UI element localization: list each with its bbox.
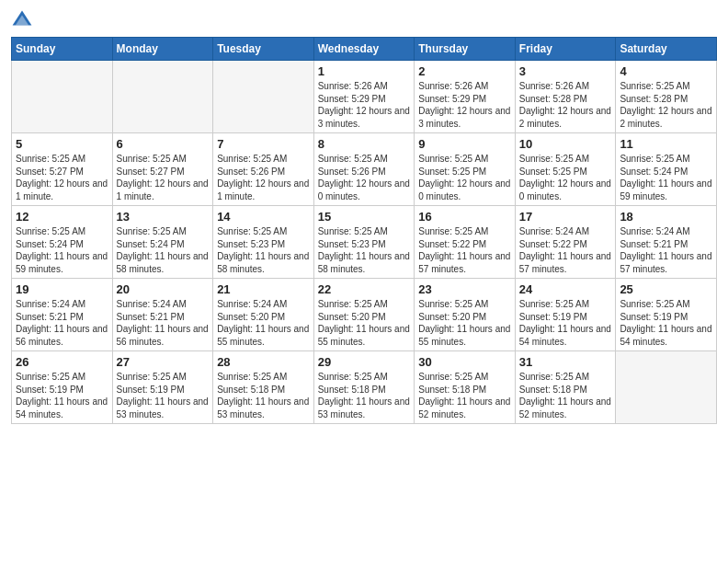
day-number: 5 — [16, 137, 108, 151]
logo — [11, 9, 37, 31]
day-number: 31 — [519, 355, 612, 369]
day-info: Sunrise: 5:25 AM Sunset: 5:18 PM Dayligh… — [217, 371, 310, 420]
day-number: 6 — [117, 137, 210, 151]
page-container: SundayMondayTuesdayWednesdayThursdayFrid… — [0, 0, 728, 431]
calendar-cell — [112, 61, 213, 133]
day-number: 2 — [418, 64, 511, 78]
day-info: Sunrise: 5:26 AM Sunset: 5:29 PM Dayligh… — [418, 80, 511, 130]
day-info: Sunrise: 5:25 AM Sunset: 5:24 PM Dayligh… — [117, 225, 210, 275]
day-number: 28 — [217, 355, 310, 369]
calendar-cell: 14Sunrise: 5:25 AM Sunset: 5:23 PM Dayli… — [213, 206, 314, 279]
calendar-cell: 11Sunrise: 5:25 AM Sunset: 5:24 PM Dayli… — [616, 133, 717, 206]
day-info: Sunrise: 5:25 AM Sunset: 5:25 PM Dayligh… — [418, 153, 511, 202]
calendar-cell: 20Sunrise: 5:24 AM Sunset: 5:21 PM Dayli… — [112, 279, 213, 351]
day-info: Sunrise: 5:24 AM Sunset: 5:22 PM Dayligh… — [519, 225, 612, 275]
day-number: 21 — [217, 282, 310, 296]
day-info: Sunrise: 5:25 AM Sunset: 5:23 PM Dayligh… — [217, 225, 310, 275]
day-info: Sunrise: 5:25 AM Sunset: 5:26 PM Dayligh… — [318, 153, 411, 202]
day-number: 27 — [117, 355, 210, 369]
day-info: Sunrise: 5:25 AM Sunset: 5:19 PM Dayligh… — [519, 298, 612, 348]
week-row-5: 26Sunrise: 5:25 AM Sunset: 5:19 PM Dayli… — [12, 351, 717, 424]
calendar-cell: 4Sunrise: 5:25 AM Sunset: 5:28 PM Daylig… — [616, 61, 717, 133]
day-number: 1 — [318, 64, 411, 78]
day-number: 16 — [418, 210, 511, 224]
calendar-cell: 26Sunrise: 5:25 AM Sunset: 5:19 PM Dayli… — [12, 351, 113, 424]
day-number: 8 — [318, 137, 411, 151]
calendar-cell: 12Sunrise: 5:25 AM Sunset: 5:24 PM Dayli… — [12, 206, 113, 279]
day-number: 24 — [519, 282, 612, 296]
calendar-cell: 21Sunrise: 5:24 AM Sunset: 5:20 PM Dayli… — [213, 279, 314, 351]
calendar-cell: 1Sunrise: 5:26 AM Sunset: 5:29 PM Daylig… — [313, 61, 415, 133]
day-number: 10 — [519, 137, 612, 151]
day-info: Sunrise: 5:25 AM Sunset: 5:26 PM Dayligh… — [217, 153, 310, 202]
weekday-header-wednesday: Wednesday — [313, 38, 415, 61]
calendar-cell: 28Sunrise: 5:25 AM Sunset: 5:18 PM Dayli… — [213, 351, 314, 424]
weekday-header-thursday: Thursday — [415, 38, 516, 61]
day-number: 23 — [418, 282, 511, 296]
day-info: Sunrise: 5:25 AM Sunset: 5:24 PM Dayligh… — [16, 225, 108, 275]
day-number: 12 — [16, 210, 108, 224]
calendar-cell: 10Sunrise: 5:25 AM Sunset: 5:25 PM Dayli… — [515, 133, 616, 206]
day-number: 25 — [620, 282, 712, 296]
weekday-header-monday: Monday — [112, 38, 213, 61]
day-info: Sunrise: 5:24 AM Sunset: 5:20 PM Dayligh… — [217, 298, 310, 348]
calendar-cell: 19Sunrise: 5:24 AM Sunset: 5:21 PM Dayli… — [12, 279, 113, 351]
calendar-cell: 31Sunrise: 5:25 AM Sunset: 5:18 PM Dayli… — [515, 351, 616, 424]
day-info: Sunrise: 5:24 AM Sunset: 5:21 PM Dayligh… — [117, 298, 210, 348]
day-number: 4 — [620, 64, 712, 78]
day-info: Sunrise: 5:25 AM Sunset: 5:28 PM Dayligh… — [620, 80, 712, 130]
calendar-cell: 16Sunrise: 5:25 AM Sunset: 5:22 PM Dayli… — [415, 206, 516, 279]
day-number: 11 — [620, 137, 712, 151]
week-row-2: 5Sunrise: 5:25 AM Sunset: 5:27 PM Daylig… — [12, 133, 717, 206]
day-number: 18 — [620, 210, 712, 224]
day-number: 15 — [318, 210, 411, 224]
calendar-table: SundayMondayTuesdayWednesdayThursdayFrid… — [11, 37, 717, 424]
calendar-cell: 30Sunrise: 5:25 AM Sunset: 5:18 PM Dayli… — [415, 351, 516, 424]
calendar-cell: 8Sunrise: 5:25 AM Sunset: 5:26 PM Daylig… — [313, 133, 415, 206]
day-info: Sunrise: 5:25 AM Sunset: 5:18 PM Dayligh… — [519, 371, 612, 420]
day-number: 9 — [418, 137, 511, 151]
calendar-cell: 15Sunrise: 5:25 AM Sunset: 5:23 PM Dayli… — [313, 206, 415, 279]
calendar-cell: 5Sunrise: 5:25 AM Sunset: 5:27 PM Daylig… — [12, 133, 113, 206]
day-info: Sunrise: 5:25 AM Sunset: 5:18 PM Dayligh… — [418, 371, 511, 420]
calendar-cell: 22Sunrise: 5:25 AM Sunset: 5:20 PM Dayli… — [313, 279, 415, 351]
weekday-header-friday: Friday — [515, 38, 616, 61]
day-number: 17 — [519, 210, 612, 224]
weekday-header-tuesday: Tuesday — [213, 38, 314, 61]
calendar-cell — [616, 351, 717, 424]
weekday-header-row: SundayMondayTuesdayWednesdayThursdayFrid… — [12, 38, 717, 61]
calendar-cell: 23Sunrise: 5:25 AM Sunset: 5:20 PM Dayli… — [415, 279, 516, 351]
day-number: 20 — [117, 282, 210, 296]
day-number: 14 — [217, 210, 310, 224]
day-number: 29 — [318, 355, 411, 369]
weekday-header-saturday: Saturday — [616, 38, 717, 61]
calendar-cell: 9Sunrise: 5:25 AM Sunset: 5:25 PM Daylig… — [415, 133, 516, 206]
day-info: Sunrise: 5:25 AM Sunset: 5:27 PM Dayligh… — [16, 153, 108, 202]
calendar-cell: 13Sunrise: 5:25 AM Sunset: 5:24 PM Dayli… — [112, 206, 213, 279]
calendar-cell: 27Sunrise: 5:25 AM Sunset: 5:19 PM Dayli… — [112, 351, 213, 424]
day-info: Sunrise: 5:24 AM Sunset: 5:21 PM Dayligh… — [16, 298, 108, 348]
day-number: 7 — [217, 137, 310, 151]
calendar-cell: 25Sunrise: 5:25 AM Sunset: 5:19 PM Dayli… — [616, 279, 717, 351]
day-info: Sunrise: 5:25 AM Sunset: 5:22 PM Dayligh… — [418, 225, 511, 275]
day-info: Sunrise: 5:25 AM Sunset: 5:19 PM Dayligh… — [117, 371, 210, 420]
week-row-4: 19Sunrise: 5:24 AM Sunset: 5:21 PM Dayli… — [12, 279, 717, 351]
logo-icon — [11, 9, 33, 31]
calendar-cell: 6Sunrise: 5:25 AM Sunset: 5:27 PM Daylig… — [112, 133, 213, 206]
day-info: Sunrise: 5:25 AM Sunset: 5:19 PM Dayligh… — [16, 371, 108, 420]
day-info: Sunrise: 5:25 AM Sunset: 5:25 PM Dayligh… — [519, 153, 612, 202]
day-info: Sunrise: 5:25 AM Sunset: 5:23 PM Dayligh… — [318, 225, 411, 275]
day-info: Sunrise: 5:25 AM Sunset: 5:18 PM Dayligh… — [318, 371, 411, 420]
calendar-cell: 3Sunrise: 5:26 AM Sunset: 5:28 PM Daylig… — [515, 61, 616, 133]
day-number: 13 — [117, 210, 210, 224]
day-number: 22 — [318, 282, 411, 296]
header — [11, 9, 717, 31]
day-info: Sunrise: 5:26 AM Sunset: 5:29 PM Dayligh… — [318, 80, 411, 130]
week-row-3: 12Sunrise: 5:25 AM Sunset: 5:24 PM Dayli… — [12, 206, 717, 279]
calendar-cell: 24Sunrise: 5:25 AM Sunset: 5:19 PM Dayli… — [515, 279, 616, 351]
day-info: Sunrise: 5:25 AM Sunset: 5:27 PM Dayligh… — [117, 153, 210, 202]
day-info: Sunrise: 5:26 AM Sunset: 5:28 PM Dayligh… — [519, 80, 612, 130]
day-number: 30 — [418, 355, 511, 369]
day-info: Sunrise: 5:25 AM Sunset: 5:20 PM Dayligh… — [418, 298, 511, 348]
day-info: Sunrise: 5:24 AM Sunset: 5:21 PM Dayligh… — [620, 225, 712, 275]
